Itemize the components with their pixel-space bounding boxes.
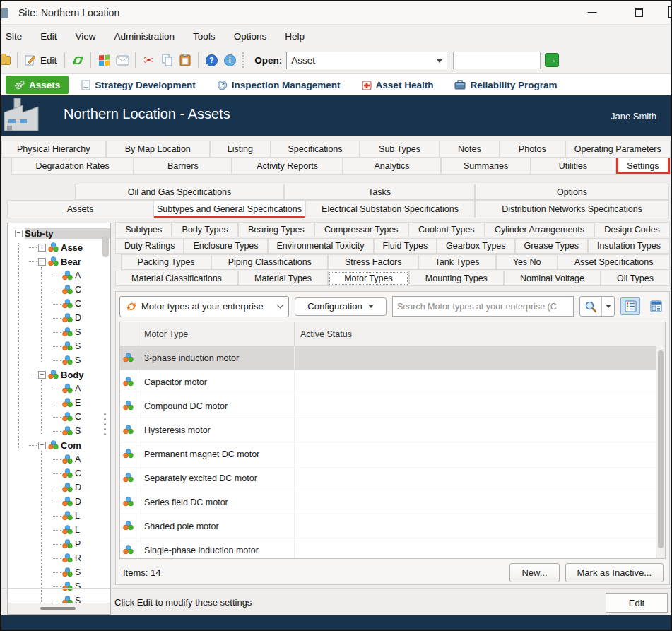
spec-tab-body-types[interactable]: Body Types [172,222,237,237]
tree-item-asse[interactable]: +Asse [8,240,110,254]
tab-photos[interactable]: Photos [500,141,565,158]
table-row-series-field-dc-motor[interactable]: Series field DC motor [120,490,665,514]
menu-tools[interactable]: Tools [184,25,225,47]
search-input[interactable] [392,296,574,317]
tree-item-c[interactable]: C [8,283,110,297]
windows-icon[interactable] [95,52,112,69]
tree-item-c[interactable]: C [8,297,110,311]
settings-tab-tasks[interactable]: Tasks [284,184,475,200]
tab-utilities[interactable]: Utilities [531,158,615,175]
spec-tab-grease-types[interactable]: Grease Types [515,238,588,254]
spec-tab-stress-factors[interactable]: Stress Factors [328,254,418,270]
tab-operating-parameters[interactable]: Operating Parameters [565,141,671,158]
info-icon[interactable]: i [221,52,238,69]
tree-item-s[interactable]: S [8,339,110,353]
menu-options[interactable]: Options [225,25,276,47]
menu-site[interactable]: Site [0,25,31,47]
tree-item-r[interactable]: R [8,551,110,565]
spec-tab-compressor-types[interactable]: Compressor Types [314,222,408,237]
tree-item-a[interactable]: A [8,452,110,466]
spec-tab-motor-types[interactable]: Motor Types [328,271,409,286]
edit-button[interactable]: Edit [606,593,668,613]
go-button[interactable]: → [545,53,559,67]
settings-tab-subtypes-and-general-specifications[interactable]: Subtypes and General Specifications [153,200,305,218]
spec-tab-mounting-types[interactable]: Mounting Types [409,271,504,286]
tree-item-d[interactable]: D [8,311,110,325]
tree-item-s[interactable]: S [8,424,110,438]
tree-vertical-scrollbar[interactable] [102,236,109,257]
module-tab-strategy-development[interactable]: Strategy Development [73,76,204,94]
tree-item-a[interactable]: A [8,382,110,396]
spec-tab-insulation-types[interactable]: Insulation Types [588,238,670,254]
help-icon[interactable]: ? [203,52,220,69]
icon-column-header[interactable] [120,322,138,346]
tab-notes[interactable]: Notes [440,141,500,158]
tree-item-body[interactable]: −Body [8,367,110,382]
table-vertical-scrollbar[interactable] [656,346,665,558]
spec-tab-coolant-types[interactable]: Coolant Types [408,222,485,237]
active-status-column-header[interactable]: Active Status [295,322,665,346]
tab-specifications[interactable]: Specifications [271,141,360,158]
tab-barriers[interactable]: Barriers [134,158,232,175]
list-view-button[interactable] [620,297,640,315]
spec-tab-bearing-types[interactable]: Bearing Types [238,222,314,237]
tree-item-sub-ty[interactable]: −Sub-ty [8,226,110,240]
collapse-icon[interactable]: − [38,371,46,379]
spec-tab-nominal-voltage[interactable]: Nominal Voltage [504,271,601,286]
menu-help[interactable]: Help [276,25,314,47]
spec-tab-tank-types[interactable]: Tank Types [418,254,496,270]
tree-item-s[interactable]: S [8,325,110,339]
spec-tab-design-codes[interactable]: Design Codes [594,222,670,237]
menu-administration[interactable]: Administration [105,25,184,47]
tree-item-c[interactable]: C [8,466,110,480]
spec-tab-gearbox-types[interactable]: Gearbox Types [437,238,514,254]
mark-as-inactive-button[interactable]: Mark as Inactive... [565,563,664,582]
edit-button-label[interactable]: Edit [40,55,57,66]
spec-tab-yes-no[interactable]: Yes No [496,254,558,270]
cut-icon[interactable]: ✂ [140,52,157,69]
spec-tab-cylinder-arrangements[interactable]: Cylinder Arrangements [485,222,594,237]
tree-item-d[interactable]: D [8,480,110,495]
table-row-capacitor-motor[interactable]: Capacitor motor [120,370,665,394]
spec-tab-environmental-toxicity[interactable]: Environmental Toxicity [268,238,374,254]
spec-tab-subtypes[interactable]: Subtypes [115,222,172,237]
table-row-permanent-magnet-dc-motor[interactable]: Permanent magnet DC motor [120,442,665,466]
table-row-3-phase-induction-motor[interactable]: 3-phase induction motor [120,346,665,370]
module-tab-asset-health[interactable]: Asset Health [353,76,442,94]
send-icon[interactable] [114,52,131,69]
spec-tab-material-classifications[interactable]: Material Classifications [115,271,238,286]
tree-item-l[interactable]: L [8,509,110,523]
paste-icon[interactable] [177,52,194,69]
tab-listing[interactable]: Listing [210,141,271,158]
tab-physical-hierarchy[interactable]: Physical Hierarchy [1,141,106,158]
tree-item-a[interactable]: A [8,269,110,283]
detail-view-button[interactable] [646,297,666,315]
module-tab-reliability-program[interactable]: Reliability Program [446,76,565,94]
open-folder-icon[interactable] [0,52,13,69]
tab-degradation-rates[interactable]: Degradation Rates [11,158,134,175]
maximize-button[interactable] [631,6,647,20]
configuration-button[interactable]: Configuration [295,297,387,316]
close-button[interactable] [668,6,672,18]
settings-tab-distribution-networks-specifications[interactable]: Distribution Networks Specifications [475,200,669,218]
menu-edit[interactable]: Edit [31,25,66,47]
spec-tab-piping-classifications[interactable]: Piping Classifications [211,254,328,270]
spec-tab-asset-specifications[interactable]: Asset Specifications [558,254,670,270]
edit-record-icon[interactable] [22,52,39,69]
tree-item-s[interactable]: S [8,353,110,367]
table-row-separately-excited-dc-motor[interactable]: Separately excited DC motor [120,466,665,490]
tab-activity-reports[interactable]: Activity Reports [232,158,343,175]
quick-open-input[interactable] [453,52,541,69]
table-row-shaded-pole-motor[interactable]: Shaded pole motor [120,514,665,538]
tree-item-d[interactable]: D [8,495,110,509]
collapse-icon[interactable]: − [38,258,46,266]
menu-view[interactable]: View [66,25,105,47]
spec-tab-duty-ratings[interactable]: Duty Ratings [115,238,184,254]
minimize-button[interactable]: — [584,6,600,20]
collapse-icon[interactable]: − [38,442,46,449]
tree-item-s[interactable]: S [8,565,110,579]
settings-tab-electrical-substation-specifications[interactable]: Electrical Substation Specifications [305,200,475,218]
tree-item-e[interactable]: E [8,396,110,410]
expand-icon[interactable]: + [38,244,46,252]
settings-tab-oil-and-gas-specifications[interactable]: Oil and Gas Specifications [75,184,284,200]
